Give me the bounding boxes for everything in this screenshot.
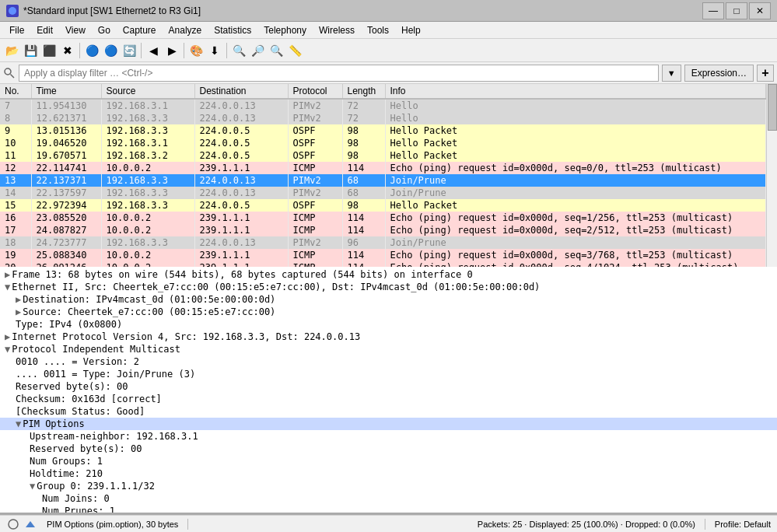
cell-info: Echo (ping) request id=0x000d, seq=0/0, … [385,162,766,174]
colorize-button[interactable]: 🎨 [187,42,205,59]
save-button[interactable]: 💾 [22,42,39,59]
table-row[interactable]: 12 22.114741 10.0.0.2 239.1.1.1 ICMP 114… [0,162,766,174]
menu-telephony[interactable]: Telephony [257,23,313,38]
maximize-button[interactable]: □ [726,2,747,19]
menu-go[interactable]: Go [92,23,117,38]
menu-edit[interactable]: Edit [30,23,59,38]
detail-line[interactable]: ▶Internet Protocol Version 4, Src: 192.1… [0,331,777,343]
table-row[interactable]: 18 24.723777 192.168.3.3 224.0.0.13 PIMv… [0,236,766,249]
cell-len: 72 [342,112,385,124]
detail-line[interactable]: .... 0011 = Type: Join/Prune (3) [0,368,777,380]
table-row[interactable]: 11 19.670571 192.168.3.2 224.0.0.5 OSPF … [0,149,766,162]
table-row[interactable]: 19 25.088340 10.0.0.2 239.1.1.1 ICMP 114… [0,249,766,261]
cell-dst: 224.0.0.5 [194,199,288,212]
detail-line[interactable]: ▼PIM Options [0,418,777,430]
display-filter-input[interactable] [19,65,659,82]
resize-columns-button[interactable]: 📏 [286,42,303,59]
table-row[interactable]: 10 19.046520 192.168.3.1 224.0.0.5 OSPF … [0,137,766,149]
reload-button[interactable]: ✖ [59,42,76,59]
menu-file[interactable]: File [3,23,30,38]
menu-statistics[interactable]: Statistics [208,23,257,38]
cell-no: 16 [0,212,31,224]
detail-line[interactable]: Checksum: 0x163d [correct] [0,393,777,405]
svg-point-0 [9,7,16,15]
expression-button[interactable]: Expression… [684,65,754,82]
packet-list-container: No. Time Source Destination Protocol Len… [0,84,777,267]
detail-line[interactable]: Reserved byte(s): 00 [0,380,777,393]
minimize-button[interactable]: — [702,2,724,19]
stop-capture-button[interactable]: 🔵 [102,42,119,59]
close-capture-button[interactable]: ⬛ [40,42,58,59]
cell-dst: 224.0.0.13 [194,187,288,199]
menu-tools[interactable]: Tools [361,23,395,38]
cell-dst: 224.0.0.5 [194,124,288,137]
expand-icon: ▶ [16,294,21,305]
table-row[interactable]: 8 12.621371 192.168.3.3 224.0.0.13 PIMv2… [0,112,766,124]
packet-details[interactable]: ▶Frame 13: 68 bytes on wire (544 bits), … [0,267,777,515]
detail-line[interactable]: ▶Source: Cheertek_e7:cc:00 (00:15:e5:e7:… [0,306,777,318]
restart-button[interactable]: 🔄 [121,42,138,59]
cell-proto: OSPF [288,149,342,162]
filter-dropdown-button[interactable]: ▼ [662,65,681,82]
close-button[interactable]: ✕ [749,2,771,19]
table-row[interactable]: 20 26.091246 10.0.0.2 239.1.1.1 ICMP 114… [0,261,766,267]
detail-line[interactable]: Upstream-neighbor: 192.168.3.1 [0,430,777,443]
list-scrollbar-track[interactable] [766,84,777,267]
cell-time: 13.015136 [31,124,101,137]
table-row[interactable]: 15 22.972394 192.168.3.3 224.0.0.5 OSPF … [0,199,766,212]
back-button[interactable]: ◀ [145,42,162,59]
detail-line[interactable]: [Checksum Status: Good] [0,405,777,418]
detail-line[interactable]: Num Groups: 1 [0,455,777,467]
add-filter-button[interactable]: + [757,65,774,82]
cell-time: 19.670571 [31,149,101,162]
filterbar: ▼ Expression… + [0,62,777,84]
autoscroll-button[interactable]: ⬇ [206,42,223,59]
detail-line[interactable]: ▼Group 0: 239.1.1.1/32 [0,480,777,492]
detail-line[interactable]: ▶Frame 13: 68 bytes on wire (544 bits), … [0,268,777,281]
zoom-out-button[interactable]: 🔎 [249,42,266,59]
forward-button[interactable]: ▶ [163,42,180,59]
cell-proto: ICMP [288,162,342,174]
cell-dst: 224.0.0.5 [194,149,288,162]
menu-help[interactable]: Help [395,23,427,38]
detail-line[interactable]: Holdtime: 210 [0,467,777,480]
table-row[interactable]: 7 11.954130 192.168.3.1 224.0.0.13 PIMv2… [0,99,766,112]
cell-no: 15 [0,199,31,212]
list-scrollbar-thumb[interactable] [768,84,777,131]
detail-line[interactable]: Reserved byte(s): 00 [0,443,777,455]
status-sep [187,519,188,530]
menu-wireless[interactable]: Wireless [313,23,361,38]
detail-line[interactable]: ▼Ethernet II, Src: Cheertek_e7:cc:00 (00… [0,281,777,293]
zoom-in-button[interactable]: 🔍 [230,42,247,59]
open-button[interactable]: 📂 [3,42,20,59]
expand-icon: ▶ [5,331,10,342]
packet-list-scroll[interactable]: No. Time Source Destination Protocol Len… [0,84,766,267]
menubar: File Edit View Go Capture Analyze Statis… [0,22,777,39]
cell-time: 23.085520 [31,212,101,224]
detail-line[interactable]: Num Prunes: 1 [0,505,777,515]
cell-no: 18 [0,236,31,249]
detail-line[interactable]: Type: IPv4 (0x0800) [0,318,777,331]
table-row[interactable]: 9 13.015136 192.168.3.3 224.0.0.5 OSPF 9… [0,124,766,137]
table-row[interactable]: 13 22.137371 192.168.3.3 224.0.0.13 PIMv… [0,174,766,187]
detail-line[interactable]: 0010 .... = Version: 2 [0,355,777,368]
menu-analyze[interactable]: Analyze [163,23,208,38]
cell-info: Echo (ping) request id=0x000d, seq=4/102… [385,261,766,267]
table-row[interactable]: 14 22.137597 192.168.3.3 224.0.0.13 PIMv… [0,187,766,199]
start-capture-button[interactable]: 🔵 [83,42,100,59]
table-row[interactable]: 17 24.087827 10.0.0.2 239.1.1.1 ICMP 114… [0,224,766,236]
cell-len: 114 [342,261,385,267]
menu-view[interactable]: View [59,23,92,38]
cell-no: 14 [0,187,31,199]
cell-no: 7 [0,99,31,112]
menu-capture[interactable]: Capture [117,23,163,38]
detail-line[interactable]: ▼Protocol Independent Multicast [0,343,777,355]
detail-line[interactable]: ▶Destination: IPv4mcast_0d (01:00:5e:00:… [0,293,777,306]
detail-line[interactable]: Num Joins: 0 [0,492,777,505]
cell-info: Echo (ping) request id=0x000d, seq=2/512… [385,224,766,236]
expand-icon: ▶ [16,306,21,317]
cell-time: 24.087827 [31,224,101,236]
zoom-reset-button[interactable]: 🔍 [268,42,285,59]
cell-proto: ICMP [288,212,342,224]
table-row[interactable]: 16 23.085520 10.0.0.2 239.1.1.1 ICMP 114… [0,212,766,224]
